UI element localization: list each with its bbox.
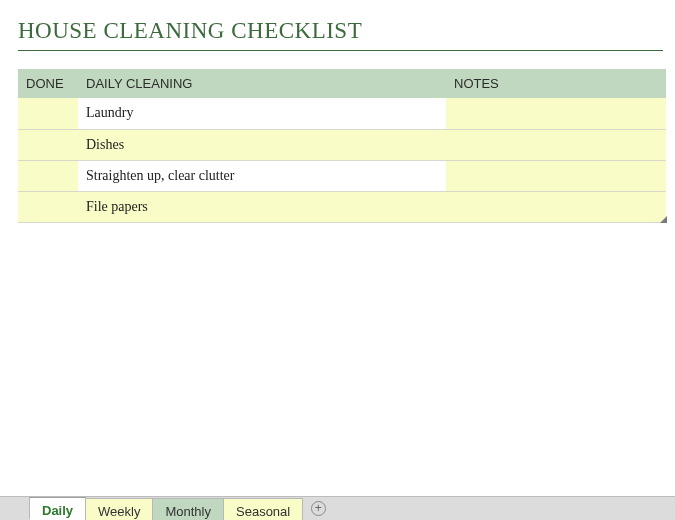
- tab-seasonal[interactable]: Seasonal: [223, 498, 303, 520]
- cell-notes[interactable]: [446, 160, 666, 191]
- cell-notes[interactable]: [446, 98, 666, 129]
- column-header-notes[interactable]: NOTES: [446, 69, 666, 98]
- cell-task[interactable]: File papers: [78, 191, 446, 222]
- tab-monthly[interactable]: Monthly: [152, 498, 224, 520]
- column-header-task[interactable]: DAILY CLEANING: [78, 69, 446, 98]
- tab-weekly[interactable]: Weekly: [85, 498, 153, 520]
- tab-daily[interactable]: Daily: [29, 497, 86, 520]
- checklist-table-wrap: DONE DAILY CLEANING NOTES Laundry Dishes: [18, 69, 666, 223]
- plus-icon: +: [311, 501, 326, 516]
- cell-done[interactable]: [18, 98, 78, 129]
- add-sheet-button[interactable]: +: [303, 496, 333, 520]
- page-title: HOUSE CLEANING CHECKLIST: [18, 18, 665, 44]
- column-header-done[interactable]: DONE: [18, 69, 78, 98]
- tabstrip-divider: [0, 496, 675, 497]
- table-row: File papers: [18, 191, 666, 222]
- cell-task[interactable]: Straighten up, clear clutter: [78, 160, 446, 191]
- cell-done[interactable]: [18, 160, 78, 191]
- table-header-row: DONE DAILY CLEANING NOTES: [18, 69, 666, 98]
- cell-task[interactable]: Laundry: [78, 98, 446, 129]
- cell-done[interactable]: [18, 191, 78, 222]
- worksheet: HOUSE CLEANING CHECKLIST DONE DAILY CLEA…: [0, 0, 675, 223]
- table-row: Laundry: [18, 98, 666, 129]
- title-divider: [18, 50, 663, 51]
- cell-done[interactable]: [18, 129, 78, 160]
- cell-task[interactable]: Dishes: [78, 129, 446, 160]
- table-resize-handle-icon[interactable]: [660, 216, 667, 223]
- cell-notes[interactable]: [446, 191, 666, 222]
- cell-notes[interactable]: [446, 129, 666, 160]
- sheet-tabstrip: Daily Weekly Monthly Seasonal +: [0, 496, 675, 520]
- table-row: Dishes: [18, 129, 666, 160]
- checklist-table[interactable]: DONE DAILY CLEANING NOTES Laundry Dishes: [18, 69, 666, 222]
- table-row: Straighten up, clear clutter: [18, 160, 666, 191]
